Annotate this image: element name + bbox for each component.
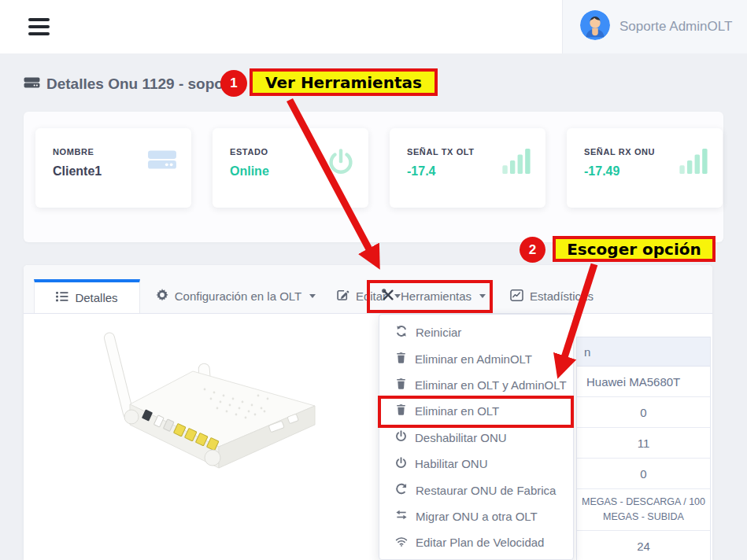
tab-label: Estadísticas — [530, 289, 594, 303]
table-cell: Huawei MA5680T — [577, 367, 710, 397]
menu-item-label: Reiniciar — [416, 326, 461, 339]
menu-item-label: Deshabilitar ONU — [415, 431, 507, 444]
server-icon — [147, 149, 177, 174]
step-1-label: Ver Herramientas — [250, 68, 438, 96]
menu-item-label: Habilitar ONU — [415, 457, 488, 470]
wifi-icon — [395, 536, 408, 549]
user-menu[interactable]: Soporte AdminOLT — [562, 0, 747, 53]
table-cell: MEGAS - DESCARGA / 100 MEGAS - SUBIDA — [577, 489, 710, 531]
tab-herramientas[interactable]: Herramientas — [374, 279, 494, 313]
table-header-cell: n — [577, 337, 710, 367]
trash-icon — [395, 403, 407, 418]
menu-item-label: Migrar ONU a otra OLT — [416, 510, 538, 523]
menu-item-migrar-onu[interactable]: Migrar ONU a otra OLT — [379, 503, 573, 529]
device-icon — [24, 76, 40, 93]
hamburger-menu-icon[interactable] — [28, 18, 50, 35]
refresh-icon — [395, 325, 408, 340]
step-label-text: Escoger opción — [567, 240, 701, 259]
tools-icon — [382, 289, 394, 304]
tab-label: Herramientas — [401, 289, 471, 303]
stat-card-senal-rx: SEÑAL RX ONU -17.49 — [567, 128, 723, 208]
restore-icon — [395, 483, 408, 498]
menu-item-eliminar-adminolt[interactable]: Eliminar en AdminOLT — [379, 345, 573, 371]
admin-olt-page: Soporte AdminOLT Detalles Onu 1129 - sop… — [0, 0, 747, 560]
list-icon — [56, 291, 68, 304]
signal-bars-icon — [502, 149, 531, 177]
signal-bars-icon — [679, 149, 708, 177]
tab-configuracion-olt[interactable]: Configuración en la OLT — [152, 279, 320, 313]
stat-card-estado: ESTADO Online — [213, 128, 368, 208]
menu-item-deshabilitar-onu[interactable]: Deshabilitar ONU — [379, 425, 573, 451]
router-image — [87, 322, 354, 510]
menu-item-label: Eliminar en AdminOLT — [415, 352, 532, 366]
page-title-text: Detalles Onu 1129 - soporte — [46, 76, 242, 93]
chart-icon — [510, 289, 523, 304]
menu-item-reiniciar[interactable]: Reiniciar — [379, 319, 573, 345]
step-2-label: Escoger opción — [553, 236, 716, 262]
power-icon — [395, 430, 407, 444]
menu-item-label: Restaurar ONU de Fabrica — [416, 484, 556, 497]
menu-item-eliminar-olt[interactable]: Eliminar en OLT — [379, 398, 573, 424]
menu-item-eliminar-olt-y-adminolt[interactable]: Eliminar en OLT y AdminOLT — [379, 372, 573, 398]
power-icon — [395, 457, 407, 471]
migrate-icon — [395, 509, 408, 523]
step-label-text: Ver Herramientas — [265, 73, 422, 92]
menu-item-restaurar-onu[interactable]: Restaurar ONU de Fabrica — [379, 477, 573, 503]
table-cell: 11 — [577, 428, 710, 459]
table-cell: 24 — [577, 531, 710, 560]
tab-label: Configuración en la OLT — [175, 289, 301, 303]
step-number: 1 — [230, 76, 237, 91]
tab-estadisticas[interactable]: Estadísticas — [500, 279, 604, 313]
step-number: 2 — [529, 242, 536, 258]
menu-item-label: Eliminar en OLT — [415, 404, 499, 418]
step-2-badge: 2 — [520, 237, 545, 263]
menu-item-editar-plan[interactable]: Editar Plan de Velocidad — [379, 529, 573, 555]
menu-item-habilitar-onu[interactable]: Habilitar ONU — [379, 451, 573, 477]
user-avatar — [580, 10, 610, 43]
table-cell: 0 — [577, 397, 710, 428]
menu-item-label: Editar Plan de Velocidad — [416, 536, 544, 549]
onu-info-table: n Huawei MA5680T 0 11 0 MEGAS - DESCARGA… — [576, 337, 711, 560]
stat-card-nombre: NOMBRE Cliente1 — [35, 128, 191, 208]
stat-card-senal-tx: SEÑAL TX OLT -17.4 — [390, 128, 545, 208]
trash-icon — [395, 378, 407, 392]
gear-icon — [156, 289, 168, 304]
user-name: Soporte AdminOLT — [619, 19, 732, 35]
tab-bar: Detalles Configuración en la OLT — [24, 265, 712, 314]
tab-detalles[interactable]: Detalles — [34, 279, 140, 313]
table-cell: 0 — [577, 459, 710, 489]
trash-icon — [395, 352, 407, 367]
herramientas-dropdown: Reiniciar Eliminar en AdminOLT Eliminar … — [379, 314, 574, 560]
menu-item-label: Eliminar en OLT y AdminOLT — [415, 378, 567, 392]
step-1-badge: 1 — [220, 70, 247, 97]
stats-panel: NOMBRE Cliente1 ESTADO Online SEÑAL T — [24, 112, 723, 242]
tab-label: Detalles — [75, 291, 117, 304]
edit-icon — [336, 289, 349, 304]
chevron-down-icon — [479, 294, 486, 298]
chevron-down-icon — [309, 294, 316, 298]
power-icon — [327, 149, 354, 179]
page-title: Detalles Onu 1129 - soporte — [24, 76, 242, 93]
topbar: Soporte AdminOLT — [0, 0, 747, 53]
